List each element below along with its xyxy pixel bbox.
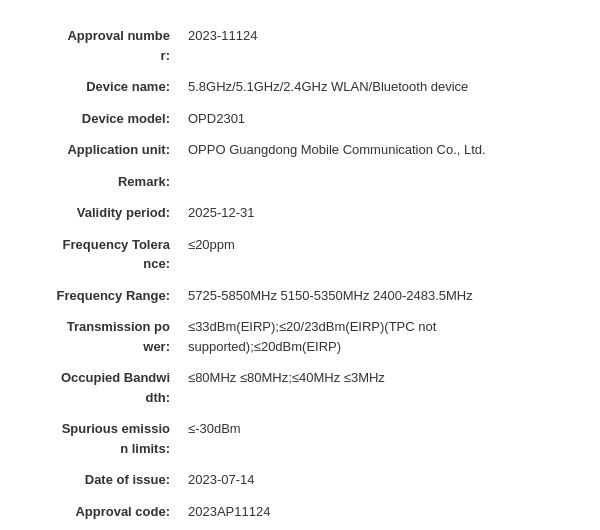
row-value: ≤80MHz ≤80MHz;≤40MHz ≤3MHz — [180, 362, 570, 413]
row-value: 2025-12-31 — [180, 197, 570, 229]
table-row: Frequency Tolera nce:≤20ppm — [20, 229, 570, 280]
row-value: OPD2301 — [180, 103, 570, 135]
row-label: Approval numbe r: — [20, 20, 180, 71]
row-label: Device name: — [20, 71, 180, 103]
row-value: ≤33dBm(EIRP);≤20/23dBm(EIRP)(TPC not sup… — [180, 311, 570, 362]
row-value — [180, 166, 570, 198]
table-row: Approval numbe r:2023-11124 — [20, 20, 570, 71]
row-value: OPPO Guangdong Mobile Communication Co.,… — [180, 134, 570, 166]
row-label: Frequency Tolera nce: — [20, 229, 180, 280]
table-row: Frequency Range:5725-5850MHz 5150-5350MH… — [20, 280, 570, 312]
row-label: Remark: — [20, 166, 180, 198]
table-row: Date of issue:2023-07-14 — [20, 464, 570, 496]
table-row: Remark: — [20, 166, 570, 198]
table-row: Application unit:OPPO Guangdong Mobile C… — [20, 134, 570, 166]
table-row: Device model:OPD2301 — [20, 103, 570, 135]
row-value: 2023AP11124 — [180, 496, 570, 528]
row-value: 5725-5850MHz 5150-5350MHz 2400-2483.5MHz — [180, 280, 570, 312]
table-row: Occupied Bandwi dth:≤80MHz ≤80MHz;≤40MHz… — [20, 362, 570, 413]
row-label: Frequency Range: — [20, 280, 180, 312]
row-value: ≤-30dBm — [180, 413, 570, 464]
row-label: Transmission po wer: — [20, 311, 180, 362]
row-label: Validity period: — [20, 197, 180, 229]
row-label: Date of issue: — [20, 464, 180, 496]
row-label: Spurious emissio n limits: — [20, 413, 180, 464]
row-label: Device model: — [20, 103, 180, 135]
row-value: 5.8GHz/5.1GHz/2.4GHz WLAN/Bluetooth devi… — [180, 71, 570, 103]
row-value: ≤20ppm — [180, 229, 570, 280]
table-row: Device name:5.8GHz/5.1GHz/2.4GHz WLAN/Bl… — [20, 71, 570, 103]
row-label: Approval code: — [20, 496, 180, 528]
certification-table: Approval numbe r:2023-11124Device name:5… — [20, 20, 570, 530]
row-label: Occupied Bandwi dth: — [20, 362, 180, 413]
table-row: Spurious emissio n limits:≤-30dBm — [20, 413, 570, 464]
table-row: Validity period:2025-12-31 — [20, 197, 570, 229]
row-value: 2023-07-14 — [180, 464, 570, 496]
row-value: 2023-11124 — [180, 20, 570, 71]
row-label: Application unit: — [20, 134, 180, 166]
table-row: Approval code:2023AP11124 — [20, 496, 570, 528]
table-row: Transmission po wer:≤33dBm(EIRP);≤20/23d… — [20, 311, 570, 362]
